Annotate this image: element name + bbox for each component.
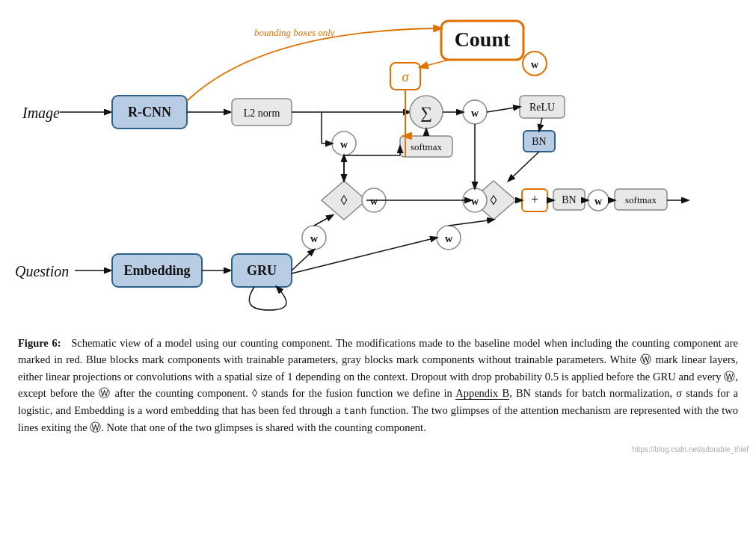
svg-text:ReLU: ReLU (529, 102, 555, 113)
svg-text:w: w (594, 196, 603, 207)
svg-text:BN: BN (532, 136, 546, 147)
diagram-area: Image R-CNN L2 norm ∑ softmax w (0, 7, 756, 329)
svg-text:◊: ◊ (491, 193, 497, 208)
svg-text:∑: ∑ (420, 103, 432, 122)
svg-text:◊: ◊ (341, 193, 348, 208)
svg-text:w: w (370, 196, 378, 207)
svg-text:Embedding: Embedding (123, 263, 190, 278)
svg-text:σ: σ (402, 69, 410, 84)
svg-text:w: w (310, 233, 319, 244)
main-container: Image R-CNN L2 norm ∑ softmax w (0, 0, 756, 457)
svg-text:L2 norm: L2 norm (244, 108, 280, 119)
caption-text: Figure 6: Schematic view of a model usin… (18, 335, 738, 436)
svg-text:BN: BN (562, 194, 576, 205)
svg-text:w: w (531, 59, 539, 70)
svg-text:w: w (471, 108, 479, 119)
svg-text:Question: Question (15, 263, 69, 279)
svg-text:w: w (340, 139, 348, 150)
watermark-text: https://blog.csdn.net/adorable_thief (632, 445, 749, 454)
svg-text:softmax: softmax (411, 141, 442, 152)
network-diagram: Image R-CNN L2 norm ∑ softmax w (0, 7, 756, 329)
svg-text:Count: Count (455, 28, 511, 51)
svg-text:w: w (445, 233, 453, 244)
figure-caption: Figure 6: Schematic view of a model usin… (0, 329, 756, 445)
svg-text:R-CNN: R-CNN (128, 105, 171, 120)
svg-text:bounding boxes only: bounding boxes only (254, 27, 335, 38)
svg-text:Image: Image (22, 105, 60, 122)
appendix-link[interactable]: Appendix B (455, 387, 509, 400)
svg-text:softmax: softmax (625, 194, 657, 205)
svg-text:GRU: GRU (247, 263, 277, 278)
figure-label: Figure 6: (18, 337, 61, 349)
svg-text:w: w (471, 196, 479, 207)
svg-text:+: + (531, 192, 538, 207)
